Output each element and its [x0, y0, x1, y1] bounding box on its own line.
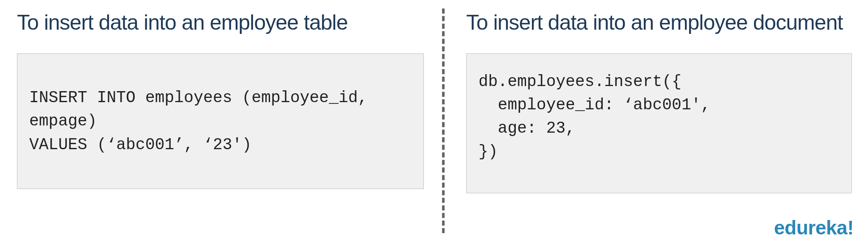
- sql-code-box: INSERT INTO employees (employee_id, empa…: [17, 53, 424, 189]
- sql-panel: To insert data into an employee table IN…: [17, 0, 424, 189]
- brand-logo: edureka!: [774, 216, 854, 239]
- sql-code-line: VALUES (‘abc001’, ‘23'): [29, 133, 412, 156]
- mongo-code-line: db.employees.insert({: [479, 70, 840, 93]
- mongo-code-line: age: 23,: [479, 117, 840, 140]
- mongo-code-box: db.employees.insert({ employee_id: ‘abc0…: [466, 53, 852, 193]
- sql-code-line: INSERT INTO employees (employee_id,: [29, 86, 412, 109]
- sql-heading: To insert data into an employee table: [17, 10, 424, 35]
- sql-code-line: empage): [29, 109, 412, 133]
- mongo-heading: To insert data into an employee document: [466, 10, 852, 35]
- mongo-panel: To insert data into an employee document…: [466, 0, 852, 193]
- vertical-divider: [442, 8, 445, 233]
- mongo-code-line: }): [479, 140, 840, 163]
- mongo-code-line: employee_id: ‘abc001',: [479, 93, 840, 117]
